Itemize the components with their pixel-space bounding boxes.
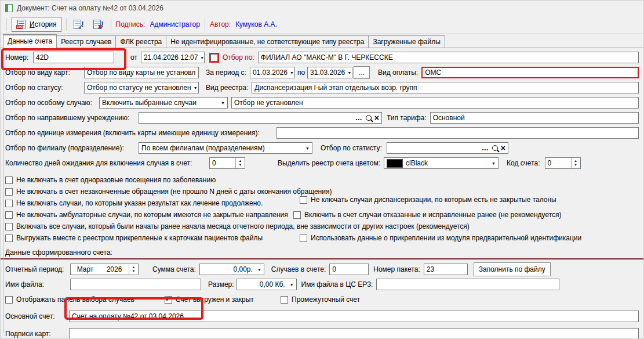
checkbox-label: Промежуточный счет [292,295,360,304]
chevron-down-icon[interactable]: ▼ [195,71,199,75]
chevron-down-icon[interactable]: ▼ [288,71,294,75]
clear-icon[interactable]: × [501,145,505,151]
report-period-label: Отчетный период: [5,265,66,273]
row-special-case: Отбор по особому случаю: Включить выбран… [1,95,643,110]
exclude-single-visits-checkbox[interactable] [5,176,13,184]
row-card-signs: Подписи карт: [1,326,643,339]
chevron-down-icon[interactable]: ▼ [198,56,204,60]
branch-filter-combo[interactable]: По всем филиалам (подразделениям)▼ [139,142,312,154]
chevron-down-icon[interactable]: ▼ [255,268,261,272]
chevron-down-icon[interactable]: ▼ [345,71,351,75]
filter-by-input[interactable]: ФИЛИАЛ АО "МАКС-М" В Г. ЧЕРКЕССКЕ [258,52,639,63]
option-row: Выгружать вместе с реестром прикрепленые… [1,232,643,244]
card-filter-label: Отбор по виду карт: [5,68,82,77]
checkbox-label: Выгружать вместе с реестром прикрепленые… [16,234,263,242]
report-period-stepper[interactable]: Март 2026 ▲▼ [70,264,139,275]
po-label: по [297,68,305,77]
size-combo[interactable]: 0,00 Кб.▼ [237,279,297,290]
search-icon[interactable] [492,145,498,151]
unit-filter-label: Отбор по единице измерения (включить кар… [5,129,273,137]
main-invoice-input[interactable]: Счет на оплату №42 от 03.04.2026 [69,311,639,322]
statist-filter-label: Отбор по статисту: [321,144,382,152]
exclude-continued-treatment-checkbox[interactable] [5,200,13,207]
filename-input[interactable] [70,279,201,290]
tab-unidentified[interactable]: Не идентифицированные, не сответствующие… [166,35,369,48]
row-number: Номер: 42D от 21.04.2026 12:07▼ Отбор по… [1,50,643,65]
unsign-document-button[interactable]: ✖ ! [91,17,106,32]
period-ellipsis-button[interactable]: ... [354,66,370,79]
checkbox-label: Включать все случаи, который были начаты… [16,222,470,230]
include-rejected-corrected-checkbox[interactable] [293,211,301,219]
status-filter-combo[interactable]: Отбор по статусу не установлен▼ [84,82,199,93]
spin-arrows-icon[interactable]: ▲▼ [235,158,245,168]
search-icon[interactable] [366,115,372,121]
chevron-down-icon[interactable]: ▼ [219,101,225,105]
sign-document-button[interactable]: ✔ ! [71,17,86,32]
special-case-combo[interactable]: Включить выбранные случаи▼ [99,97,228,109]
chevron-down-icon[interactable]: ▼ [191,86,198,90]
wait-days-label: Количество дней ожидания для включения с… [5,159,205,167]
cases-count-input[interactable]: 0 [329,264,369,275]
show-case-panel-checkbox[interactable] [5,296,13,304]
tab-case-registry[interactable]: Реестр случаев [56,35,116,48]
tab-flk-registry[interactable]: ФЛК реестра [115,35,166,48]
invoice-sum-combo[interactable]: 0,00р.▼ [199,264,264,275]
date-combo[interactable]: 21.04.2026 12:07▼ [141,52,205,63]
invoice-sum-label: Сумма счета: [152,265,196,273]
invoice-code-stepper[interactable]: 0 ▲▼ [545,157,581,169]
spin-arrows-icon[interactable]: ▲▼ [571,158,580,168]
exclude-unfinished-checkbox[interactable] [5,188,13,196]
card-filter-combo[interactable]: Отбор по виду карты не установл▼ [84,67,199,78]
special-case-filter-input[interactable]: Отбор не установлен [231,97,639,109]
package-number-input[interactable]: 23 [424,264,468,275]
chevron-down-icon[interactable]: ▼ [303,146,310,150]
exclude-dispensary-open-coupons-checkbox[interactable] [300,196,307,204]
pay-type-input[interactable]: ОМС [421,67,639,78]
history-log-icon: LOG [16,20,27,29]
exclude-open-referrals-checkbox[interactable] [5,211,13,219]
invoice-uploaded-closed-checkbox[interactable] [165,296,172,304]
author-value: Кумуков А.А. [235,20,277,28]
history-button[interactable]: LOG История [12,17,61,32]
branch-filter-label: Отбор по филиалу (подразделение): [5,144,134,152]
highlight-color-combo[interactable]: clBlack ▼ [384,157,499,169]
ellipsis-icon[interactable]: … [355,114,363,122]
tab-invoice-data[interactable]: Данные счета [3,34,57,48]
row-invoice-flags: Отображать панель выбора случаев Счет вы… [1,292,643,307]
row-filename: Имя файла: Размер: 0,00 Кб.▼ Имя файла в… [1,277,643,292]
spin-arrows-icon[interactable]: ▲▼ [129,264,138,275]
checkbox-label: Не включать в счет незаконченные обращен… [16,187,332,196]
tab-uploaded-files[interactable]: Загруженные файлы [368,35,445,48]
card-signs-input[interactable] [69,328,639,339]
intermediate-invoice-checkbox[interactable] [281,296,288,304]
registry-type-label: Вид реестра: [206,84,248,92]
main-invoice-label: Основной счет: [5,312,63,320]
statist-filter-input[interactable]: … × [387,142,508,154]
wait-days-stepper[interactable]: 0 ▲▼ [209,157,245,169]
erz-filename-input[interactable] [376,279,559,290]
row-wait-days: Количество дней ожидания для включения с… [1,156,643,171]
row-main-invoice: Основной счет: Счет на оплату №42 от 03.… [1,307,643,326]
tab-bar: Данные счета Реестр случаев ФЛК реестра … [1,34,643,48]
number-input[interactable]: 42D [33,52,114,63]
row-report-period: Отчетный период: Март 2026 ▲▼ Сумма счет… [1,262,643,277]
size-label: Размер: [208,280,234,288]
include-earlier-cases-checkbox[interactable] [5,223,13,230]
unit-filter-input[interactable] [276,127,639,139]
referral-input[interactable]: … × [139,112,382,124]
fill-from-file-button[interactable]: Заполнить по файлу [474,262,551,276]
ellipsis-icon[interactable]: … [482,144,489,152]
registry-type-input[interactable]: Диспансеризация I-ый этап отдельных возр… [252,82,639,93]
signature-label: Подпись: [116,20,145,28]
sheet-cross-icon: ✖ [93,20,101,29]
use-preliminary-identification-checkbox[interactable] [300,235,307,242]
period-from-combo[interactable]: 01.03.2026▼ [250,67,295,78]
period-to-combo[interactable]: 31.03.2026▼ [307,67,352,78]
chevron-down-icon[interactable]: ▼ [288,283,294,287]
tariff-input[interactable]: Основной [430,112,639,124]
export-attached-files-checkbox[interactable] [5,235,13,242]
clear-icon[interactable]: × [374,115,379,121]
filter-by-checkbox[interactable] [210,54,218,62]
signature-value: Администратор [150,20,200,28]
chevron-down-icon[interactable]: ▼ [489,161,496,165]
